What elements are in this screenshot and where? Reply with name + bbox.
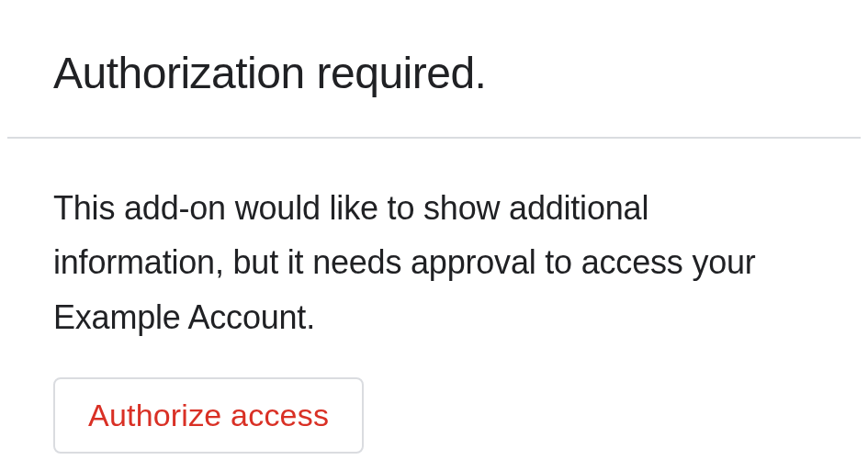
header: Authorization required. (0, 0, 868, 137)
description-text: This add-on would like to show additiona… (53, 181, 813, 344)
page-title: Authorization required. (53, 48, 868, 98)
authorize-access-button[interactable]: Authorize access (53, 377, 364, 454)
content-area: This add-on would like to show additiona… (0, 139, 868, 454)
